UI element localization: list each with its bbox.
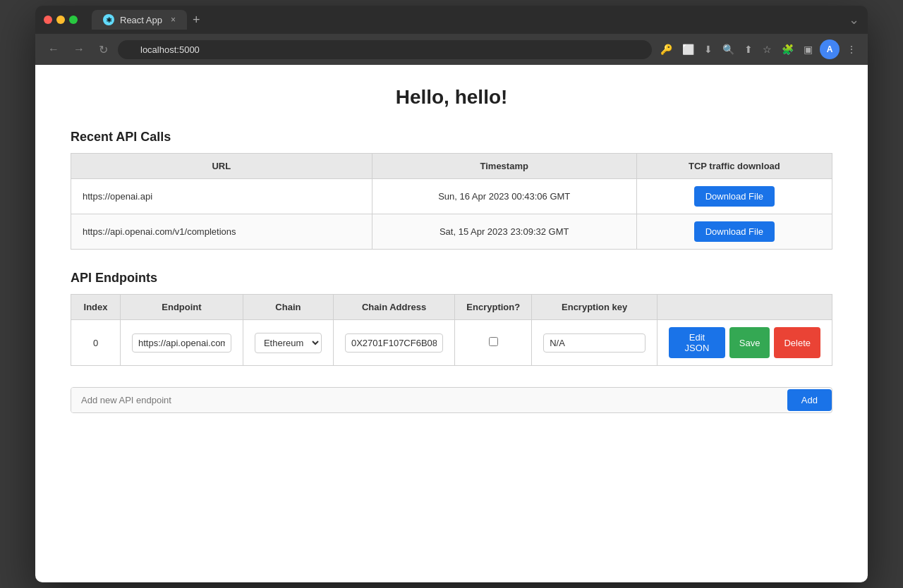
share-icon[interactable]: ⬆ <box>741 41 756 58</box>
endpoint-index-0: 0 <box>71 320 121 366</box>
react-icon: ⚛ <box>103 14 114 25</box>
endpoint-url-input-0[interactable] <box>132 333 231 353</box>
edit-json-button-0[interactable]: Edit JSON <box>669 327 725 358</box>
forward-button[interactable]: → <box>69 40 89 59</box>
chain-address-input-0[interactable] <box>345 333 443 353</box>
browser-toolbar: ← → ↻ 🔒 🔑 ⬜ ⬇ 🔍 ⬆ ☆ 🧩 ▣ A ⋮ <box>35 34 868 65</box>
add-endpoint-input[interactable] <box>71 388 787 412</box>
close-button[interactable] <box>44 16 52 24</box>
api-endpoints-section: API Endpoints Index Endpoint Chain Chain… <box>71 271 832 413</box>
add-endpoint-button[interactable]: Add <box>787 389 832 411</box>
endpoint-url-cell-0 <box>121 320 243 366</box>
tab-close-icon[interactable]: × <box>171 15 176 25</box>
page-content: Hello, hello! Recent API Calls URL Times… <box>35 65 868 582</box>
download-file-button-1[interactable]: Download File <box>694 221 775 242</box>
key-icon[interactable]: 🔑 <box>657 41 675 58</box>
api-call-download-cell-0: Download File <box>636 179 832 214</box>
recent-api-calls-title: Recent API Calls <box>71 130 832 145</box>
col-chain: Chain <box>243 295 333 320</box>
col-url: URL <box>71 154 372 179</box>
col-index: Index <box>71 295 121 320</box>
zoom-icon[interactable]: 🔍 <box>720 41 737 58</box>
table-row: https://api.openai.com/v1/completions Sa… <box>71 214 832 250</box>
api-call-url-0: https://openai.api <box>71 179 372 214</box>
table-header-row: URL Timestamp TCP traffic download <box>71 154 832 179</box>
col-encryption: Encryption? <box>455 295 532 320</box>
maximize-button[interactable] <box>69 16 78 24</box>
sidebar-icon[interactable]: ▣ <box>801 41 816 58</box>
endpoint-chain-cell-0: Ethereum Ethereum Bitcoin Solana <box>243 320 333 366</box>
add-endpoint-row: Add <box>71 387 832 413</box>
chain-select-0[interactable]: Ethereum Ethereum Bitcoin Solana <box>255 333 322 353</box>
endpoints-table-row: 0 Ethereum Ethereum Bitcoin Solana <box>71 320 832 366</box>
api-endpoints-title: API Endpoints <box>71 271 832 286</box>
col-endpoint: Endpoint <box>121 295 243 320</box>
encryption-checkbox-0[interactable] <box>489 337 498 346</box>
col-timestamp: Timestamp <box>372 154 636 179</box>
address-bar-wrapper: 🔒 <box>118 40 652 59</box>
api-call-timestamp-1: Sat, 15 Apr 2023 23:09:32 GMT <box>372 214 636 250</box>
api-call-url-1: https://api.openai.com/v1/completions <box>71 214 372 250</box>
bookmark-icon[interactable]: ☆ <box>760 41 775 58</box>
table-row: https://openai.api Sun, 16 Apr 2023 00:4… <box>71 179 832 214</box>
endpoint-chain-address-cell-0 <box>333 320 454 366</box>
window-controls: ⌄ <box>849 12 859 27</box>
minimize-button[interactable] <box>56 16 65 24</box>
api-endpoints-table: Index Endpoint Chain Chain Address Encry… <box>71 294 832 366</box>
endpoint-encryption-cell-0 <box>455 320 532 366</box>
page-title: Hello, hello! <box>71 86 832 109</box>
browser-titlebar: ⚛ React App × + ⌄ <box>35 6 868 34</box>
endpoint-enc-key-cell-0 <box>532 320 657 366</box>
download-icon[interactable]: ⬇ <box>701 41 715 58</box>
user-avatar[interactable]: A <box>820 39 840 59</box>
col-actions <box>657 295 832 320</box>
tab-title: React App <box>120 15 162 25</box>
traffic-lights <box>44 16 78 24</box>
toolbar-right: 🔑 ⬜ ⬇ 🔍 ⬆ ☆ 🧩 ▣ A ⋮ <box>657 39 859 59</box>
recent-api-calls-section: Recent API Calls URL Timestamp TCP traff… <box>71 130 832 250</box>
enc-key-input-0[interactable] <box>543 333 646 353</box>
new-tab-button[interactable]: + <box>193 13 200 27</box>
menu-icon[interactable]: ⋮ <box>844 41 859 58</box>
endpoints-header-row: Index Endpoint Chain Chain Address Encry… <box>71 295 832 320</box>
col-tcp: TCP traffic download <box>636 154 832 179</box>
col-encryption-key: Encryption key <box>532 295 657 320</box>
tab-bar: ⚛ React App × + <box>92 10 843 30</box>
api-call-timestamp-0: Sun, 16 Apr 2023 00:43:06 GMT <box>372 179 636 214</box>
endpoint-actions-cell-0: Edit JSON Save Delete <box>657 320 832 366</box>
col-chain-address: Chain Address <box>333 295 454 320</box>
api-call-download-cell-1: Download File <box>636 214 832 250</box>
screenshot-icon[interactable]: ⬜ <box>679 41 697 58</box>
refresh-button[interactable]: ↻ <box>95 40 112 59</box>
active-tab[interactable]: ⚛ React App × <box>92 10 187 30</box>
download-file-button-0[interactable]: Download File <box>694 186 775 207</box>
address-input[interactable] <box>118 40 652 59</box>
recent-api-calls-table: URL Timestamp TCP traffic download https… <box>71 153 832 250</box>
save-button-0[interactable]: Save <box>729 327 770 358</box>
delete-button-0[interactable]: Delete <box>774 327 820 358</box>
back-button[interactable]: ← <box>44 40 63 59</box>
browser-window: ⚛ React App × + ⌄ ← → ↻ 🔒 🔑 ⬜ ⬇ 🔍 ⬆ ☆ 🧩 … <box>35 6 868 582</box>
extension-icon[interactable]: 🧩 <box>779 41 796 58</box>
